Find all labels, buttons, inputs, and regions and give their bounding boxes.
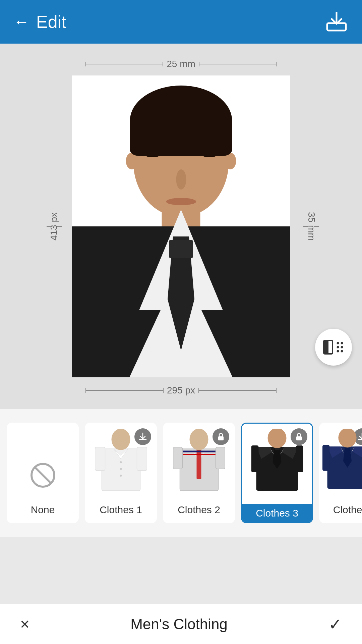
hair-top <box>132 95 231 145</box>
clothes1-preview <box>95 429 147 491</box>
svg-point-47 <box>338 429 356 447</box>
clothes-label-none: None <box>31 504 55 516</box>
cancel-button[interactable]: × <box>20 615 29 633</box>
ruler-top-line <box>85 64 163 64</box>
tie-knot <box>169 240 193 258</box>
svg-rect-37 <box>296 445 303 472</box>
svg-rect-26 <box>173 447 182 469</box>
svg-point-6 <box>337 350 339 353</box>
back-icon: ← <box>13 14 29 30</box>
svg-point-38 <box>267 429 286 448</box>
photo-frame-container: 25 mm 413 px 35 mm <box>72 75 290 377</box>
dimension-top: 25 mm <box>167 59 195 69</box>
lips <box>166 198 196 205</box>
clothes-option-3[interactable]: Clothes 3 <box>241 423 313 523</box>
svg-rect-18 <box>137 447 147 471</box>
ruler-top-line-2 <box>199 64 277 64</box>
svg-point-9 <box>341 350 343 353</box>
svg-point-19 <box>111 429 130 450</box>
svg-rect-3 <box>324 340 328 354</box>
compare-button[interactable] <box>315 329 352 366</box>
confirm-button[interactable]: ✓ <box>328 615 342 634</box>
save-button[interactable] <box>324 9 349 35</box>
photo-area: 25 mm 413 px 35 mm <box>0 44 362 409</box>
header-title: Edit <box>36 12 66 32</box>
svg-point-4 <box>337 342 339 344</box>
ruler-top: 25 mm <box>85 59 277 69</box>
bottom-bar: × Men's Clothing ✓ <box>0 604 362 644</box>
header: ← Edit <box>0 0 362 44</box>
clothes-label-1: Clothes 1 <box>100 504 142 516</box>
clothes-scroll: None <box>7 419 355 527</box>
clothes-label-3: Clothes 3 <box>242 504 312 522</box>
dimension-bottom: 295 px <box>167 385 195 396</box>
ruler-right: 35 mm <box>306 75 317 377</box>
clothes-label-4: Clothe <box>333 504 362 516</box>
svg-point-15 <box>120 468 122 470</box>
clothes-label-2: Clothes 2 <box>178 504 220 516</box>
ruler-left: 413 px <box>49 75 59 377</box>
ruler-bottom-line <box>85 390 164 391</box>
back-button[interactable]: ← Edit <box>13 12 66 32</box>
svg-rect-36 <box>251 445 258 472</box>
clothes-option-1[interactable]: Clothes 1 <box>85 423 157 523</box>
none-icon <box>29 462 56 494</box>
clothes-option-none[interactable]: None <box>7 423 79 523</box>
clothes-section: None <box>0 409 362 537</box>
photo-subject <box>72 75 290 377</box>
clothes-option-2[interactable]: Clothes 2 <box>163 423 235 523</box>
clothes4-preview <box>322 429 362 491</box>
clothes3-preview <box>251 429 303 491</box>
bottom-title: Men's Clothing <box>130 616 228 633</box>
svg-point-14 <box>120 461 122 463</box>
svg-rect-27 <box>216 447 225 469</box>
nose <box>176 169 186 190</box>
svg-point-8 <box>341 346 343 348</box>
ruler-bottom-line-2 <box>198 390 277 391</box>
svg-point-28 <box>189 429 208 450</box>
svg-rect-17 <box>95 447 105 471</box>
ruler-bottom: 295 px <box>85 385 277 396</box>
svg-point-7 <box>341 342 343 344</box>
svg-rect-23 <box>196 449 201 479</box>
clothes2-preview <box>173 429 225 491</box>
svg-point-5 <box>337 346 339 348</box>
svg-point-16 <box>120 475 122 477</box>
svg-rect-45 <box>322 445 329 471</box>
clothes-option-4[interactable]: Clothe <box>319 423 362 523</box>
svg-line-11 <box>35 467 51 483</box>
photo-frame <box>72 75 290 377</box>
